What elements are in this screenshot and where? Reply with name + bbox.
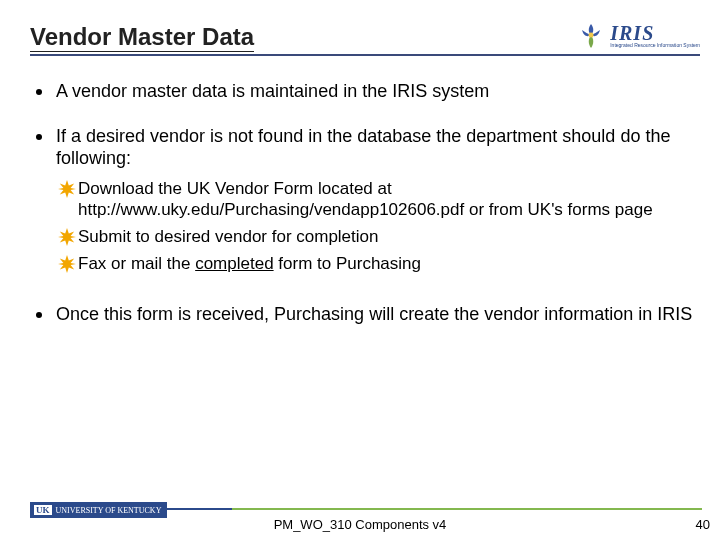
uk-logo: UK UNIVERSITY OF KENTUCKY: [30, 502, 167, 518]
sub-list: Download the UK Vendor Form located at h…: [58, 178, 700, 275]
svg-marker-3: [58, 255, 76, 273]
sub-bullet-text: Download the UK Vendor Form located at h…: [78, 178, 700, 221]
sub-bullet-item: Fax or mail the completed form to Purcha…: [58, 253, 700, 274]
sub-bullet-text: Fax or mail the completed form to Purcha…: [78, 253, 421, 274]
starburst-icon: [58, 228, 76, 246]
slide: Vendor Master Data IRIS Integrated Resou…: [0, 0, 720, 540]
bullet-dot-icon: [36, 312, 42, 318]
underlined-word: completed: [195, 254, 273, 273]
bullet-text-line: If a desired vendor is not found in the …: [56, 126, 670, 169]
content: A vendor master data is maintained in th…: [30, 80, 700, 325]
starburst-icon: [58, 255, 76, 273]
bullet-item: Once this form is received, Purchasing w…: [30, 303, 700, 326]
svg-marker-1: [58, 180, 76, 198]
uk-logo-mark: UK: [34, 505, 52, 515]
bullet-dot-icon: [36, 134, 42, 140]
svg-marker-2: [58, 228, 76, 246]
bullet-item: A vendor master data is maintained in th…: [30, 80, 700, 103]
footer-center-text: PM_WO_310 Components v4: [0, 517, 720, 532]
header: Vendor Master Data IRIS Integrated Resou…: [30, 20, 700, 56]
iris-logo-text: IRIS Integrated Resource Information Sys…: [610, 23, 700, 48]
slide-title: Vendor Master Data: [30, 23, 254, 52]
bullet-item: If a desired vendor is not found in the …: [30, 125, 700, 281]
uk-logo-text: UNIVERSITY OF KENTUCKY: [56, 506, 162, 515]
sub-bullet-item: Submit to desired vendor for completion: [58, 226, 700, 247]
iris-flower-icon: [576, 20, 606, 50]
sub-bullet-item: Download the UK Vendor Form located at h…: [58, 178, 700, 221]
page-number: 40: [696, 517, 710, 532]
bullet-text: If a desired vendor is not found in the …: [56, 125, 700, 281]
svg-point-0: [589, 33, 594, 38]
sub-bullet-text: Submit to desired vendor for completion: [78, 226, 379, 247]
iris-logo-sub: Integrated Resource Information System: [610, 43, 700, 48]
bullet-text: A vendor master data is maintained in th…: [56, 80, 700, 103]
bullet-text: Once this form is received, Purchasing w…: [56, 303, 700, 326]
starburst-icon: [58, 180, 76, 198]
iris-logo-main: IRIS: [610, 23, 700, 43]
bullet-dot-icon: [36, 89, 42, 95]
iris-logo: IRIS Integrated Resource Information Sys…: [576, 20, 700, 50]
